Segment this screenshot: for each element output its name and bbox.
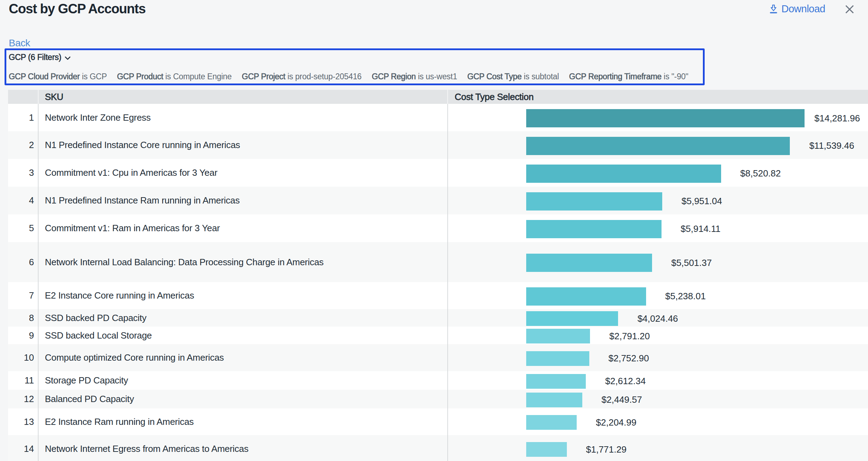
table-row: 10Compute optimized Core running in Amer…	[8, 344, 868, 371]
sku-name: Compute optimized Core running in Americ…	[39, 344, 448, 371]
table-header-row: SKU Cost Type Selection	[8, 90, 868, 104]
filter-condition: is GCP	[80, 72, 107, 81]
row-number: 3	[8, 159, 39, 187]
sku-name: SSD backed PD Capacity	[39, 309, 448, 327]
table-row: 12Balanced PD Capacity$2,449.57	[8, 390, 868, 408]
sku-name: E2 Instance Core running in Americas	[39, 282, 448, 309]
sku-name: Commitment v1: Cpu in Americas for 3 Yea…	[39, 159, 448, 187]
cost-bar-cell: $5,238.01	[448, 282, 868, 309]
cost-bar[interactable]	[526, 393, 582, 407]
sku-name: E2 Instance Ram running in Americas	[39, 408, 448, 435]
cost-value-label: $2,204.99	[596, 417, 637, 428]
filter-item: GCP Product is Compute Engine	[117, 72, 232, 81]
sku-name: Network Internet Egress from Americas to…	[39, 435, 448, 461]
cost-value-label: $4,024.46	[637, 313, 678, 324]
cost-bar[interactable]	[526, 287, 646, 306]
table-row: 11Storage PD Capacity$2,612.34	[8, 371, 868, 390]
sku-name: SSD backed Local Storage	[39, 327, 448, 344]
cost-table: SKU Cost Type Selection 1Network Inter Z…	[8, 90, 868, 461]
filter-name: GCP Cloud Provider	[9, 72, 80, 81]
cost-bar-cell: $2,449.57	[448, 390, 868, 408]
cost-value-label: $5,914.11	[681, 223, 721, 234]
cost-bar[interactable]	[526, 192, 662, 211]
download-icon	[770, 5, 777, 13]
row-number: 6	[8, 242, 39, 282]
cost-bar[interactable]	[526, 109, 805, 127]
filter-condition: is "-90"	[662, 72, 688, 81]
cost-bar[interactable]	[526, 254, 652, 272]
filter-item: GCP Project is prod-setup-205416	[242, 72, 362, 81]
cost-value-label: $14,281.96	[814, 113, 860, 124]
cost-value-label: $2,752.90	[609, 353, 649, 364]
filter-condition: is Compute Engine	[163, 72, 231, 81]
sku-name: Balanced PD Capacity	[39, 390, 448, 408]
table-row: 1Network Inter Zone Egress$14,281.96	[8, 104, 868, 131]
filter-item: GCP Cost Type is subtotal	[467, 72, 559, 81]
page-title: Cost by GCP Accounts	[9, 1, 145, 16]
filter-name: GCP Product	[117, 72, 163, 81]
sku-name: N1 Predefined Instance Core running in A…	[39, 131, 448, 159]
cost-value-label: $2,791.20	[609, 331, 650, 342]
row-number: 1	[8, 104, 39, 131]
close-button[interactable]	[846, 5, 854, 13]
cost-value-label: $5,501.37	[671, 258, 712, 268]
cost-bar-cell: $11,539.46	[448, 131, 868, 159]
header-cell-index	[8, 90, 39, 104]
cost-bar[interactable]	[526, 374, 586, 389]
filter-summary-toggle[interactable]: GCP (6 Filters)	[9, 53, 703, 62]
cost-report-modal: Cost by GCP Accounts Download Back GCP (…	[0, 0, 868, 461]
sku-name: N1 Predefined Instance Ram running in Am…	[39, 187, 448, 214]
table-row: 8SSD backed PD Capacity$4,024.46	[8, 309, 868, 327]
cost-bar-cell: $8,520.82	[448, 159, 868, 187]
cost-value-label: $1,771.29	[586, 444, 627, 455]
table-row: 7E2 Instance Core running in Americas$5,…	[8, 282, 868, 309]
row-number: 9	[8, 327, 39, 344]
chevron-down-icon	[65, 56, 70, 60]
header-cell-sku: SKU	[39, 90, 448, 104]
cost-bar-cell: $5,501.37	[448, 242, 868, 282]
table-row: 2N1 Predefined Instance Core running in …	[8, 131, 868, 159]
cost-bar[interactable]	[526, 351, 589, 366]
header-cell-cost-type: Cost Type Selection	[448, 90, 868, 104]
table-row: 13E2 Instance Ram running in Americas$2,…	[8, 408, 868, 435]
filter-condition: is subtotal	[522, 72, 559, 81]
cost-bar-cell: $14,281.96	[448, 104, 868, 131]
row-number: 7	[8, 282, 39, 309]
filter-name: GCP Reporting Timeframe	[569, 72, 662, 81]
sku-name: Network Inter Zone Egress	[39, 104, 448, 131]
header-actions: Download	[770, 3, 854, 15]
cost-bar[interactable]	[526, 329, 590, 343]
cost-bar-cell: $2,204.99	[448, 408, 868, 435]
cost-bar-cell: $5,914.11	[448, 214, 868, 242]
download-button[interactable]: Download	[770, 3, 825, 15]
table-body: 1Network Inter Zone Egress$14,281.962N1 …	[8, 104, 868, 461]
row-number: 12	[8, 390, 39, 408]
cost-bar[interactable]	[526, 137, 790, 155]
cost-value-label: $2,449.57	[602, 394, 642, 405]
sku-name: Commitment v1: Ram in Americas for 3 Yea…	[39, 214, 448, 242]
cost-bar[interactable]	[526, 311, 618, 326]
table-row: 3Commitment v1: Cpu in Americas for 3 Ye…	[8, 159, 868, 187]
back-link[interactable]: Back	[9, 38, 30, 49]
cost-bar-cell: $2,791.20	[448, 327, 868, 344]
table-row: 5Commitment v1: Ram in Americas for 3 Ye…	[8, 214, 868, 242]
close-icon	[846, 5, 854, 13]
filter-item: GCP Reporting Timeframe is "-90"	[569, 72, 688, 81]
cost-bar[interactable]	[526, 442, 567, 457]
cost-bar-cell: $2,612.34	[448, 371, 868, 390]
filter-box: GCP (6 Filters) GCP Cloud Provider is GC…	[5, 48, 705, 85]
filter-condition: is prod-setup-205416	[285, 72, 361, 81]
filter-list: GCP Cloud Provider is GCPGCP Product is …	[9, 72, 703, 81]
cost-bar[interactable]	[526, 415, 577, 430]
filter-condition: is us-west1	[416, 72, 457, 81]
filter-name: GCP Project	[242, 72, 285, 81]
row-number: 2	[8, 131, 39, 159]
row-number: 5	[8, 214, 39, 242]
filter-item: GCP Region is us-west1	[372, 72, 457, 81]
cost-bar[interactable]	[526, 165, 721, 183]
table-row: 4N1 Predefined Instance Ram running in A…	[8, 187, 868, 214]
cost-bar-cell: $1,771.29	[448, 435, 868, 461]
row-number: 13	[8, 408, 39, 435]
cost-bar[interactable]	[526, 220, 662, 238]
filter-name: GCP Region	[372, 72, 416, 81]
